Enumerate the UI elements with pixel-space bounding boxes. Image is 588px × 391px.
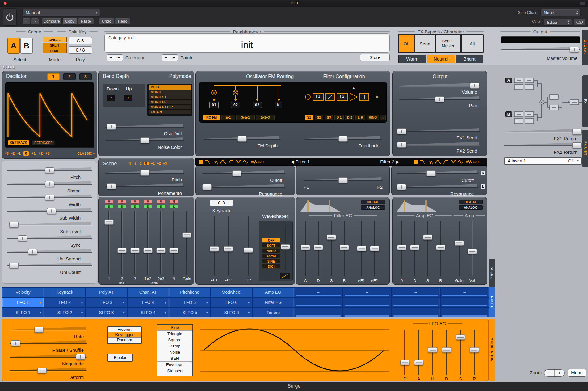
tab-route[interactable]: ROUTE [489, 287, 495, 317]
chevron-down-icon[interactable]: ▼ [122, 308, 125, 318]
patch-name[interactable]: init [105, 38, 389, 52]
waveshaper-drive-slider[interactable] [281, 224, 289, 271]
slider-handle[interactable] [210, 246, 219, 251]
character-bright[interactable]: Bright [456, 55, 483, 63]
slider-handle[interactable] [397, 184, 406, 190]
mod-slot-empty[interactable]: – [441, 288, 489, 297]
slider-handle[interactable] [156, 248, 166, 253]
slider-handle[interactable] [340, 245, 349, 250]
mod-source-slfo2[interactable]: SLFO 2▼ [44, 308, 85, 317]
mod-source-slfo5[interactable]: SLFO 5▼ [169, 308, 210, 317]
filter-type-lp24-icon[interactable] [212, 159, 218, 164]
octave-option[interactable]: -1 [139, 162, 142, 165]
category-prev-button[interactable]: − [107, 54, 115, 61]
octave-option[interactable]: +3 [45, 151, 50, 156]
lfo-shape-sine[interactable]: Sine [157, 325, 192, 331]
filter-type-notch-icon[interactable] [235, 159, 242, 164]
filter-config-s3[interactable]: S3 [325, 115, 333, 120]
lfo-eg-delay-slider[interactable] [401, 329, 409, 376]
chevron-down-icon[interactable]: ▼ [39, 298, 42, 308]
filter-type-menu-icon[interactable] [199, 160, 203, 164]
mod-slot-empty[interactable] [294, 298, 342, 307]
filter-type-comb-icon[interactable] [466, 159, 472, 164]
solo-toggle[interactable]: S [144, 205, 152, 208]
filter-eg-release-slider[interactable] [340, 220, 348, 277]
pan-slider[interactable] [399, 96, 480, 103]
slider-handle[interactable] [397, 142, 406, 148]
mute-toggle[interactable]: M [105, 200, 113, 204]
trigger-random[interactable]: Random [108, 338, 141, 343]
mod-slot-empty[interactable]: – [294, 288, 342, 297]
slider-handle[interactable] [45, 167, 54, 173]
lfo-magnitude-slider[interactable] [10, 354, 87, 361]
fx-bypass-send[interactable]: Send [415, 35, 435, 53]
fx-insert-dropdown[interactable]: A Insert 1 Off ▾ [504, 157, 582, 165]
highpass-slider[interactable] [244, 215, 252, 276]
lfo-shape-envelope[interactable]: Envelope [157, 362, 192, 368]
preset-next-button[interactable]: › [31, 18, 39, 25]
lfo-shape-stepseq[interactable]: Stepseq [157, 368, 192, 374]
slider-handle[interactable] [414, 360, 423, 365]
mod-source-lfo2[interactable]: LFO 2▼ [44, 298, 85, 307]
solo-toggle[interactable]: S [118, 205, 126, 208]
solo-toggle[interactable]: S [170, 205, 178, 208]
filter-config-ring[interactable]: RING [367, 115, 379, 120]
amp-eg-sustain-slider[interactable] [424, 220, 432, 277]
mod-slot-empty[interactable]: – [343, 288, 391, 297]
mod-source-lfo1-selected[interactable]: LFO 1▼ [2, 298, 44, 307]
slider-handle[interactable] [11, 340, 20, 346]
slider-handle[interactable] [423, 235, 432, 240]
store-button[interactable]: Store [360, 54, 390, 61]
fx1-send-slider[interactable] [399, 128, 480, 136]
slider-handle[interactable] [76, 354, 85, 360]
chevron-down-icon[interactable]: ▼ [164, 298, 167, 308]
octave-option-selected[interactable]: 0 [144, 162, 149, 165]
slider-handle[interactable] [169, 248, 178, 253]
slider-handle[interactable] [140, 137, 149, 143]
lfo-eg-hold-slider[interactable] [429, 329, 437, 376]
filter-type-lp12-icon[interactable] [204, 159, 211, 164]
mixer-gain-slider[interactable] [183, 210, 191, 275]
width-slider[interactable] [7, 194, 92, 202]
compare-button[interactable]: Compare [41, 18, 62, 25]
lfo-shape-square[interactable]: Square [157, 337, 192, 343]
tab-scene[interactable]: SCENE [489, 259, 495, 287]
scene-mode-single[interactable]: SINGLE [43, 37, 67, 42]
split-key-value[interactable]: C 3 [69, 37, 92, 44]
filter-config-s2[interactable]: S2 [315, 115, 323, 120]
fx-bypass-off[interactable]: Off [398, 35, 414, 53]
slider-handle[interactable] [47, 208, 56, 214]
slider-handle[interactable] [28, 249, 37, 255]
eg-mode-digital[interactable]: DIGITAL [459, 200, 483, 204]
waveshaper-hard[interactable]: HARD [262, 248, 280, 253]
slider-handle[interactable] [104, 219, 114, 225]
octave-option[interactable]: +2 [38, 151, 43, 156]
filter-type-sh-label[interactable]: S/H [473, 160, 479, 164]
slider-handle[interactable] [244, 247, 253, 253]
uni-count-slider[interactable] [7, 262, 92, 270]
osc-tab-2[interactable]: 2 [63, 73, 76, 80]
filter-eg-attack-slider[interactable] [301, 220, 309, 277]
filter-config-d2[interactable]: D 2 [345, 115, 354, 120]
amp-velocity-slider[interactable] [468, 220, 476, 277]
volume-slider[interactable] [399, 82, 480, 90]
slider-handle[interactable] [182, 232, 191, 238]
redo-button[interactable]: Redo [115, 18, 130, 25]
mod-slot-empty[interactable] [343, 308, 391, 317]
slider-handle[interactable] [426, 170, 436, 176]
octave-option[interactable]: +3 [163, 162, 167, 165]
tab-fx[interactable]: FX [582, 75, 588, 127]
slider-handle[interactable] [327, 235, 336, 240]
slider-handle[interactable] [468, 249, 477, 254]
master-volume-slider[interactable] [501, 46, 580, 54]
chevron-down-icon[interactable]: ▼ [122, 298, 125, 308]
bipolar-toggle[interactable]: Bipolar [107, 354, 133, 362]
octave-option[interactable]: +2 [157, 162, 161, 165]
mixer-ring2-slider[interactable] [157, 210, 165, 275]
filter-type-notch-icon[interactable] [450, 159, 456, 164]
mod-source-amp-eg[interactable]: Amp EG [253, 288, 294, 297]
scene-pitch-slider[interactable] [105, 170, 184, 177]
filter-config-lr[interactable]: L-R [355, 115, 365, 120]
tab-modulation[interactable]: MODULATION [489, 319, 495, 381]
waveshaper-curve-button[interactable] [280, 273, 290, 279]
